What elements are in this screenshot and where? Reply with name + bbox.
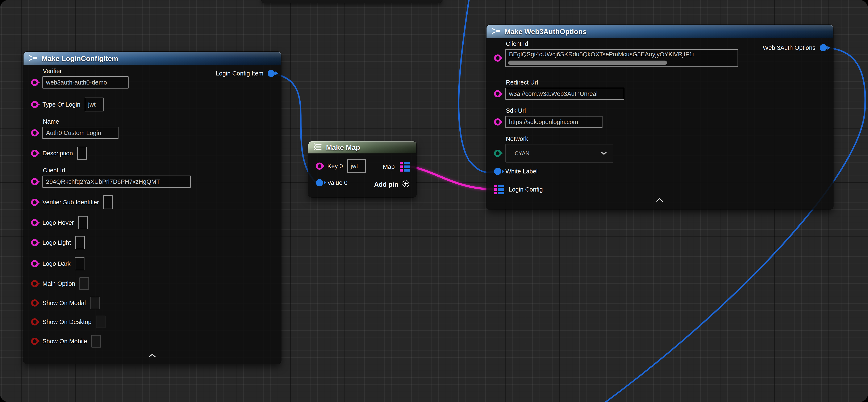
add-pin-icon bbox=[402, 179, 410, 190]
show-on-modal-pin[interactable] bbox=[31, 299, 38, 307]
node-make-map[interactable]: Make Map Key 0 jwt Map Value 0 Add pin bbox=[308, 141, 416, 197]
map-output-pin[interactable] bbox=[400, 162, 410, 172]
sdk-url-input[interactable]: https://sdk.openlogin.com bbox=[505, 116, 602, 128]
description-input[interactable] bbox=[77, 147, 87, 160]
node-title: Make Map bbox=[326, 143, 360, 151]
web3auth-options-output-label: Web 3Auth Options bbox=[763, 45, 815, 51]
show-on-modal-label: Show On Modal bbox=[42, 299, 86, 307]
logo-dark-input[interactable] bbox=[75, 257, 85, 270]
node-make-loginconfigitem[interactable]: Make LoginConfigItem Login Config Item V… bbox=[24, 52, 281, 364]
network-dropdown[interactable]: CYAN bbox=[505, 144, 613, 163]
field-show-on-modal: Show On Modal bbox=[31, 297, 100, 309]
key0-pin[interactable] bbox=[316, 163, 323, 170]
add-pin-button[interactable]: Add pin bbox=[374, 179, 410, 190]
field-logo-light: Logo Light bbox=[31, 236, 85, 249]
blueprint-canvas[interactable]: Make LoginConfigItem Login Config Item V… bbox=[0, 0, 868, 402]
node-header-make-loginconfigitem[interactable]: Make LoginConfigItem bbox=[24, 52, 281, 65]
field-main-option: Main Option bbox=[31, 277, 89, 290]
wire-map-to-loginconfig[interactable] bbox=[411, 167, 495, 190]
node-title: Make Web3AuthOptions bbox=[504, 28, 587, 36]
main-option-pin[interactable] bbox=[31, 280, 38, 287]
client-id-label: Client Id bbox=[43, 167, 191, 174]
field-sdk-url: Sdk Url https://sdk.openlogin.com bbox=[494, 107, 602, 128]
client-id-horizontal-scrollbar[interactable] bbox=[508, 61, 667, 65]
logo-dark-pin[interactable] bbox=[31, 260, 38, 267]
field-client-id: Client Id 294QRkchfq2YaXUbPri7D6PH7xzHgQ… bbox=[31, 167, 191, 188]
node-header-make-map[interactable]: Make Map bbox=[308, 141, 416, 153]
value0-pin[interactable] bbox=[316, 179, 323, 186]
description-pin[interactable] bbox=[31, 150, 38, 157]
field-client-id: Client Id BEglQSgt4cUWcj6SKRdu5QkOXTsePm… bbox=[494, 40, 738, 67]
type-of-login-pin[interactable] bbox=[31, 101, 38, 108]
web3auth-options-output-pin[interactable] bbox=[820, 44, 827, 51]
show-on-mobile-checkbox[interactable] bbox=[91, 335, 101, 348]
node-header-make-web3authoptions[interactable]: Make Web3AuthOptions bbox=[487, 25, 833, 38]
client-id-text: BEglQSgt4cUWcj6SKRdu5QkOXTsePmMcusG5EAoy… bbox=[509, 51, 694, 58]
description-label: Description bbox=[42, 150, 73, 157]
field-verifier: Verifier web3auth-auth0-demo bbox=[31, 68, 129, 88]
verifier-sub-identifier-input[interactable] bbox=[103, 195, 113, 209]
verifier-sub-identifier-label: Verifier Sub Identifier bbox=[42, 199, 99, 206]
collapse-chevron-icon[interactable] bbox=[656, 198, 663, 203]
verifier-input[interactable]: web3auth-auth0-demo bbox=[42, 76, 129, 88]
value0-label: Value 0 bbox=[327, 179, 347, 186]
login-config-label: Login Config bbox=[508, 186, 543, 193]
show-on-mobile-label: Show On Mobile bbox=[42, 338, 87, 345]
type-of-login-label: Type Of Login bbox=[42, 101, 81, 108]
network-pin[interactable] bbox=[494, 150, 501, 157]
logo-light-input[interactable] bbox=[75, 236, 85, 249]
field-login-config: Login Config bbox=[494, 184, 543, 194]
show-on-desktop-checkbox[interactable] bbox=[96, 316, 105, 328]
main-option-label: Main Option bbox=[42, 280, 75, 287]
logo-light-pin[interactable] bbox=[31, 239, 38, 246]
field-type-of-login: Type Of Login jwt bbox=[31, 97, 103, 111]
output-pin-login-config-item[interactable] bbox=[268, 70, 275, 77]
field-key0: Key 0 jwt bbox=[316, 159, 366, 173]
logo-hover-input[interactable] bbox=[78, 216, 88, 229]
client-id-input[interactable]: 294QRkchfq2YaXUbPri7D6PH7xzHgQMT bbox=[42, 176, 191, 188]
make-struct-icon bbox=[491, 27, 501, 36]
client-id-input[interactable]: BEglQSgt4cUWcj6SKRdu5QkOXTsePmMcusG5EAoy… bbox=[505, 49, 738, 67]
verifier-pin[interactable] bbox=[31, 79, 38, 86]
show-on-modal-checkbox[interactable] bbox=[90, 297, 100, 309]
show-on-mobile-pin[interactable] bbox=[31, 338, 38, 345]
add-pin-label: Add pin bbox=[374, 181, 398, 189]
client-id-label: Client Id bbox=[506, 40, 738, 47]
map-output-label: Map bbox=[383, 163, 395, 170]
show-on-desktop-pin[interactable] bbox=[31, 318, 38, 325]
field-show-on-desktop: Show On Desktop bbox=[31, 316, 105, 328]
sdk-url-pin[interactable] bbox=[494, 118, 501, 125]
name-input[interactable]: Auth0 Custom Login bbox=[42, 127, 119, 139]
redirect-url-label: Redirect Url bbox=[506, 79, 624, 86]
type-of-login-input[interactable]: jwt bbox=[85, 97, 103, 111]
output-row-map: Map bbox=[383, 162, 410, 172]
name-pin[interactable] bbox=[31, 129, 38, 137]
field-white-label: White Label bbox=[494, 168, 537, 175]
client-id-pin[interactable] bbox=[31, 178, 38, 185]
network-selected-value: CYAN bbox=[515, 150, 529, 156]
logo-hover-pin[interactable] bbox=[31, 219, 38, 226]
field-logo-hover: Logo Hover bbox=[31, 216, 88, 229]
field-value0: Value 0 bbox=[316, 179, 347, 186]
collapse-chevron-icon[interactable] bbox=[149, 354, 156, 358]
login-config-pin[interactable] bbox=[494, 184, 504, 194]
client-id-pin[interactable] bbox=[494, 54, 501, 62]
field-show-on-mobile: Show On Mobile bbox=[31, 335, 101, 348]
main-option-checkbox[interactable] bbox=[80, 277, 89, 290]
logo-hover-label: Logo Hover bbox=[42, 219, 74, 226]
field-verifier-sub-identifier: Verifier Sub Identifier bbox=[31, 195, 113, 209]
output-row-web3auth-options: Web 3Auth Options bbox=[763, 44, 827, 51]
redirect-url-input[interactable]: w3a://com.w3a.Web3AuthUnreal bbox=[505, 88, 624, 100]
verifier-sub-identifier-pin[interactable] bbox=[31, 199, 38, 206]
show-on-desktop-label: Show On Desktop bbox=[42, 318, 92, 325]
node-title: Make LoginConfigItem bbox=[41, 54, 118, 63]
field-network: Network CYAN bbox=[494, 135, 613, 163]
chevron-down-icon bbox=[601, 150, 607, 156]
redirect-url-pin[interactable] bbox=[494, 90, 501, 97]
logo-dark-label: Logo Dark bbox=[42, 260, 70, 267]
white-label-pin[interactable] bbox=[494, 168, 501, 175]
node-make-web3authoptions[interactable]: Make Web3AuthOptions Web 3Auth Options C… bbox=[487, 25, 833, 209]
key0-input[interactable]: jwt bbox=[347, 159, 366, 173]
field-redirect-url: Redirect Url w3a://com.w3a.Web3AuthUnrea… bbox=[494, 79, 624, 100]
field-name: Name Auth0 Custom Login bbox=[31, 118, 119, 139]
